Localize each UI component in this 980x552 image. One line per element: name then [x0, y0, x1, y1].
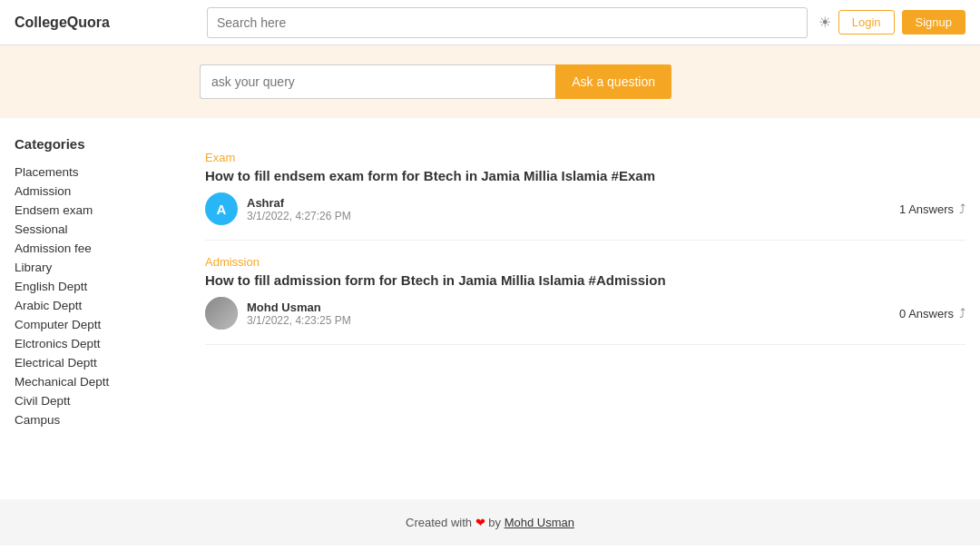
main-layout: Categories PlacementsAdmissionEndsem exa… [0, 118, 980, 445]
question-title[interactable]: How to fill admission form for Btech in … [205, 272, 965, 288]
heart-icon: ❤ [475, 516, 485, 529]
ask-form: Ask a question [200, 64, 671, 99]
answer-count: 0 Answers [899, 307, 954, 320]
question-card: ExamHow to fill endsem exam form for Bte… [205, 136, 965, 241]
avatar [205, 297, 238, 330]
sidebar-item[interactable]: Arabic Deptt [15, 298, 178, 312]
answer-count: 1 Answers [899, 202, 954, 216]
sidebar-item-link[interactable]: Elctronics Deptt [15, 337, 101, 350]
sidebar-item[interactable]: Admission fee [15, 241, 178, 255]
question-tag[interactable]: Admission [205, 255, 965, 269]
sidebar-item[interactable]: Endsem exam [15, 202, 178, 217]
sidebar-item[interactable]: Campus [15, 412, 178, 427]
sidebar-item[interactable]: Admission [15, 183, 178, 198]
signup-button[interactable]: Signup [902, 10, 965, 34]
sidebar-item[interactable]: Elctronics Deptt [15, 336, 178, 350]
author-name: Mohd Usman [247, 301, 351, 314]
share-icon[interactable]: ⤴ [959, 306, 965, 320]
question-tag[interactable]: Exam [205, 151, 965, 164]
search-input[interactable] [207, 7, 808, 38]
sidebar-item-link[interactable]: Mechanical Deptt [15, 375, 109, 389]
answer-share: 1 Answers⤴ [899, 202, 965, 216]
author-date: 3/1/2022, 4:27:26 PM [247, 210, 351, 222]
ask-input[interactable] [200, 64, 555, 99]
answer-share: 0 Answers⤴ [899, 306, 965, 320]
sidebar-item-link[interactable]: Arabic Deptt [15, 299, 82, 312]
sidebar-item-link[interactable]: Electrical Deptt [15, 356, 97, 370]
sidebar-item-link[interactable]: Placements [15, 165, 79, 179]
author-date: 3/1/2022, 4:23:25 PM [247, 314, 351, 327]
navbar-actions: ☀ Login Signup [818, 10, 965, 34]
sidebar-item[interactable]: Civil Deptt [15, 393, 178, 408]
sidebar-item-link[interactable]: Library [15, 261, 52, 274]
sidebar-item-link[interactable]: Admission fee [15, 242, 92, 255]
author-details: Mohd Usman3/1/2022, 4:23:25 PM [247, 301, 351, 327]
sidebar-item[interactable]: Library [15, 260, 178, 274]
avatar: A [205, 192, 238, 225]
sidebar-item-link[interactable]: Computer Deptt [15, 318, 101, 331]
footer-prefix: Created with [406, 516, 472, 529]
footer-text: Created with ❤ by Mohd Usman [406, 516, 574, 529]
question-title[interactable]: How to fill endsem exam form for Btech i… [205, 168, 965, 183]
share-icon[interactable]: ⤴ [959, 202, 965, 216]
sidebar-item-link[interactable]: English Deptt [15, 280, 87, 293]
brand-logo: CollegeQuora [15, 15, 196, 31]
author-name: Ashraf [247, 196, 351, 210]
sidebar-item-link[interactable]: Civil Deptt [15, 394, 71, 408]
category-list: PlacementsAdmissionEndsem examSessionalA… [15, 164, 178, 427]
sidebar-item[interactable]: Electrical Deptt [15, 355, 178, 370]
footer-by: by [488, 516, 504, 529]
sidebar-item-link[interactable]: Campus [15, 413, 60, 427]
sidebar: Categories PlacementsAdmissionEndsem exa… [15, 136, 196, 427]
content-area: ExamHow to fill endsem exam form for Bte… [196, 136, 965, 427]
ask-button[interactable]: Ask a question [555, 64, 671, 99]
sidebar-item-link[interactable]: Admission [15, 184, 71, 198]
navbar: CollegeQuora ☀ Login Signup [0, 0, 980, 45]
sidebar-item-link[interactable]: Endsem exam [15, 203, 93, 217]
sidebar-item[interactable]: Mechanical Deptt [15, 374, 178, 389]
question-meta: AAshraf3/1/2022, 4:27:26 PM1 Answers⤴ [205, 192, 965, 225]
sidebar-item[interactable]: Computer Deptt [15, 317, 178, 331]
question-meta: Mohd Usman3/1/2022, 4:23:25 PM0 Answers⤴ [205, 297, 965, 330]
footer: Created with ❤ by Mohd Usman [0, 499, 980, 546]
theme-toggle-icon[interactable]: ☀ [818, 14, 831, 31]
sidebar-title: Categories [15, 136, 178, 152]
sidebar-item-link[interactable]: Sessional [15, 222, 68, 236]
sidebar-item[interactable]: English Deptt [15, 279, 178, 293]
hero-banner: Ask a question [0, 45, 980, 118]
author-info: Mohd Usman3/1/2022, 4:23:25 PM [205, 297, 351, 330]
author-info: AAshraf3/1/2022, 4:27:26 PM [205, 192, 351, 225]
sidebar-item[interactable]: Sessional [15, 222, 178, 236]
sidebar-item[interactable]: Placements [15, 164, 178, 179]
footer-author-link[interactable]: Mohd Usman [505, 516, 574, 529]
author-details: Ashraf3/1/2022, 4:27:26 PM [247, 196, 351, 222]
login-button[interactable]: Login [838, 10, 895, 34]
question-card: AdmissionHow to fill admission form for … [205, 241, 965, 345]
